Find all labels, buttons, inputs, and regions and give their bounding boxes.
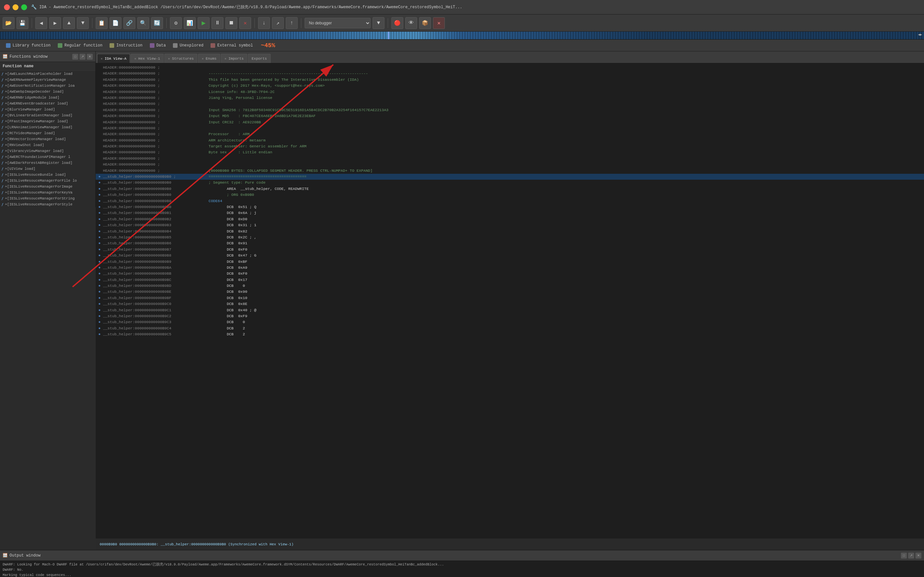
disasm-line[interactable]: ●__stub_helper:000000000000B9B4 DCB 0x82 bbox=[96, 229, 924, 234]
tab-disasm[interactable]: ✕ IDA View-A bbox=[97, 54, 130, 63]
tab-imports-close[interactable]: ✕ bbox=[225, 57, 226, 61]
legend-data[interactable]: Data bbox=[147, 42, 169, 49]
function-item[interactable]: 𝒇+[AWEDarkForestABRegister load] bbox=[0, 160, 95, 166]
function-item[interactable]: 𝒇+[AWERCTFoundationAPIManager l bbox=[0, 154, 95, 160]
disasm-line[interactable]: ●__stub_helper:000000000000B9B7 DCB 0xF0 bbox=[96, 247, 924, 253]
tab-enums[interactable]: ✕ Enums bbox=[198, 54, 220, 63]
toolbar-refresh[interactable]: 🔄 bbox=[151, 17, 163, 29]
function-item[interactable]: 𝒇+[RNViewShot load] bbox=[0, 142, 95, 148]
legend-external[interactable]: External symbol bbox=[207, 42, 256, 49]
disasm-line[interactable]: HEADER:0000000000000000 ;License info: 4… bbox=[96, 89, 924, 95]
function-item[interactable]: 𝒇+[IESLiveResouceBundle load] bbox=[0, 172, 95, 178]
disasm-line[interactable]: HEADER:0000000000000000 ;Target assemble… bbox=[96, 143, 924, 149]
function-item[interactable]: 𝒇+[BlurViewManager load] bbox=[0, 106, 95, 113]
disasm-line[interactable]: HEADER:0000000000000000 ; bbox=[96, 125, 924, 131]
function-item[interactable]: 𝒇+[FFastImageViewManager load] bbox=[0, 118, 95, 124]
disasm-line[interactable]: HEADER:0000000000000000 ;Input MD5 : FBC… bbox=[96, 113, 924, 119]
toolbar-locals[interactable]: 📦 bbox=[419, 17, 431, 29]
disasm-line[interactable]: ●__stub_helper:000000000000B9C5 DCB 2 bbox=[96, 331, 924, 337]
toolbar-hex[interactable]: 📋 bbox=[96, 17, 108, 29]
disasm-line[interactable]: HEADER:0000000000000000 ;Processor : ARM bbox=[96, 131, 924, 137]
toolbar-step-into[interactable]: ↓ bbox=[258, 17, 270, 29]
disasm-line[interactable]: ●__stub_helper:000000000000B9B6 DCB 0x91 bbox=[96, 240, 924, 246]
disasm-line[interactable]: ●__stub_helper:000000000000B9BD DCB 0 bbox=[96, 283, 924, 289]
disasm-line[interactable]: ●__stub_helper:000000000000B9BB DCB 0xF0 bbox=[96, 271, 924, 277]
function-item[interactable]: 𝒇+[AWEUserNotificationManager loa bbox=[0, 83, 95, 89]
disasm-line[interactable]: ●__stub_helper:000000000000B9B0 AREA __s… bbox=[96, 186, 924, 192]
toolbar-forward[interactable]: ▶ bbox=[49, 17, 61, 29]
toolbar-run[interactable]: ▶ bbox=[198, 17, 210, 29]
disasm-line[interactable]: ●__stub_helper:000000000000B9B3 DCB 0x31… bbox=[96, 222, 924, 228]
disasm-line[interactable]: ●__stub_helper:000000000000B9B0; Segment… bbox=[96, 180, 924, 185]
legend-instruction[interactable]: Instruction bbox=[106, 42, 145, 49]
close-button[interactable] bbox=[4, 4, 10, 10]
disasm-view[interactable]: HEADER:0000000000000000 ; HEADER:0000000… bbox=[96, 63, 924, 538]
disasm-line[interactable]: ●__stub_helper:000000000000B9B0 ;=======… bbox=[96, 174, 924, 180]
function-item[interactable]: 𝒇+[AWEWebpImageDecoder load] bbox=[0, 89, 95, 95]
toolbar-xref[interactable]: 🔗 bbox=[123, 17, 135, 29]
toolbar-patch[interactable]: ⚙ bbox=[170, 17, 182, 29]
function-item[interactable]: 𝒇+[BVLinearGradientManager load] bbox=[0, 113, 95, 118]
tab-hex-close[interactable]: ✕ bbox=[134, 57, 136, 61]
panel-close[interactable]: ✕ bbox=[87, 54, 93, 60]
tab-exports[interactable]: Exports bbox=[248, 54, 270, 63]
function-item[interactable]: 𝒇+[LRNAnimationViewManager load] bbox=[0, 124, 95, 130]
toolbar-step-over[interactable]: ↗ bbox=[272, 17, 284, 29]
output-minimize[interactable]: □ bbox=[901, 553, 907, 559]
output-close[interactable]: ✕ bbox=[916, 553, 921, 559]
function-item[interactable]: 𝒇+[IESLiveResouceManagerForFile lo bbox=[0, 178, 95, 184]
disasm-line[interactable]: ●__stub_helper:000000000000B9C2 DCB 0xF9 bbox=[96, 313, 924, 319]
maximize-button[interactable] bbox=[21, 4, 27, 10]
legend-regular[interactable]: Regular function bbox=[55, 42, 106, 49]
function-item[interactable]: 𝒇+[RCTVideoManager load] bbox=[0, 130, 95, 136]
minimize-button[interactable] bbox=[13, 4, 18, 10]
disasm-line[interactable]: HEADER:0000000000000000 ;ARM architectur… bbox=[96, 137, 924, 143]
disasm-line[interactable]: ●__stub_helper:000000000000B9B0CODE64 bbox=[96, 198, 924, 204]
toolbar-back[interactable]: ◀ bbox=[35, 17, 47, 29]
toolbar-breakpoint[interactable]: 🔴 bbox=[391, 17, 403, 29]
tab-disasm-close[interactable]: ✕ bbox=[101, 57, 103, 61]
function-item[interactable]: 𝒇+[AWERNAwemePlayerViewManage bbox=[0, 77, 95, 83]
toolbar-debugger-settings[interactable]: ▼ bbox=[373, 17, 384, 29]
disasm-line[interactable]: HEADER:0000000000000000 ; bbox=[96, 156, 924, 161]
toolbar-close-debug[interactable]: ✕ bbox=[433, 17, 445, 29]
disasm-line[interactable]: HEADER:0000000000000000 ; bbox=[96, 161, 924, 168]
toolbar-save[interactable]: 💾 bbox=[16, 17, 28, 29]
function-item[interactable]: 𝒇+[RNVectorIconsManager load] bbox=[0, 136, 95, 142]
toolbar-pause[interactable]: ⏸ bbox=[212, 17, 223, 29]
disasm-line[interactable]: ●__stub_helper:000000000000B9C1 DCB 0x40… bbox=[96, 307, 924, 313]
output-float[interactable]: ↗ bbox=[908, 553, 914, 559]
disasm-line[interactable]: HEADER:0000000000000000 ; bbox=[96, 101, 924, 107]
toolbar-terminate[interactable]: ✕ bbox=[239, 17, 251, 29]
navigation-band[interactable]: ◀▶ bbox=[0, 32, 924, 40]
tab-hex-view[interactable]: ✕ Hex View-1 bbox=[131, 54, 164, 63]
panel-float[interactable]: ↗ bbox=[79, 54, 86, 60]
toolbar-stop[interactable]: ⏹ bbox=[225, 17, 237, 29]
function-item[interactable]: 𝒇+[IESLiveResouceManagerForKeyVa bbox=[0, 190, 95, 195]
disasm-line[interactable]: ●__stub_helper:000000000000B9BA DCB 0xA9 bbox=[96, 265, 924, 271]
function-item[interactable]: 𝒇+[IESLiveResouceManagerForImage bbox=[0, 184, 95, 190]
disasm-line[interactable]: HEADER:0000000000000000 ; bbox=[96, 64, 924, 71]
disasm-line[interactable]: ●__stub_helper:000000000000B9B0 DCB 0x51… bbox=[96, 204, 924, 210]
legend-unexplored[interactable]: Unexplored bbox=[170, 42, 207, 49]
disasm-line[interactable]: ●__stub_helper:000000000000B9B0 ; ORG 0x… bbox=[96, 192, 924, 198]
disasm-line[interactable]: HEADER:0000000000000000 ;[0000B9B0 BYTES… bbox=[96, 168, 924, 174]
disasm-line[interactable]: HEADER:0000000000000000 ;Input SHA256 : … bbox=[96, 107, 924, 113]
function-item[interactable]: 𝒇+[IESLiveResouceManagerForString bbox=[0, 195, 95, 201]
function-item[interactable]: 𝒇+[IESLiveResouceManagerForStyle bbox=[0, 201, 95, 207]
disasm-line[interactable]: ●__stub_helper:000000000000B9BE DCB 0x90 bbox=[96, 289, 924, 295]
disasm-line[interactable]: HEADER:0000000000000000 ;Byte sex : Litt… bbox=[96, 149, 924, 155]
toolbar-step-out[interactable]: ↑ bbox=[286, 17, 298, 29]
function-item[interactable]: 𝒇+[VibrancyViewManager load] bbox=[0, 148, 95, 154]
disasm-line[interactable]: ●__stub_helper:000000000000B9BC DCB 0x17 bbox=[96, 277, 924, 283]
toolbar-up[interactable]: ▲ bbox=[63, 17, 75, 29]
disasm-line[interactable]: ●__stub_helper:000000000000B9C4 DCB 2 bbox=[96, 326, 924, 331]
disasm-line[interactable]: ●__stub_helper:000000000000B9B8 DCB 0x47… bbox=[96, 253, 924, 258]
function-item[interactable]: 𝒇+[UIView load] bbox=[0, 166, 95, 172]
disasm-line[interactable]: ●__stub_helper:000000000000B9B2 DCB 0xD0 bbox=[96, 216, 924, 222]
tab-structures[interactable]: ✕ Structures bbox=[164, 54, 197, 63]
function-item[interactable]: 𝒇+[AWERNBridgeModule load] bbox=[0, 95, 95, 101]
toolbar-open[interactable]: 📂 bbox=[3, 17, 15, 29]
toolbar-code[interactable]: 📄 bbox=[110, 17, 121, 29]
disasm-line[interactable]: HEADER:0000000000000000 ;This file has b… bbox=[96, 77, 924, 83]
